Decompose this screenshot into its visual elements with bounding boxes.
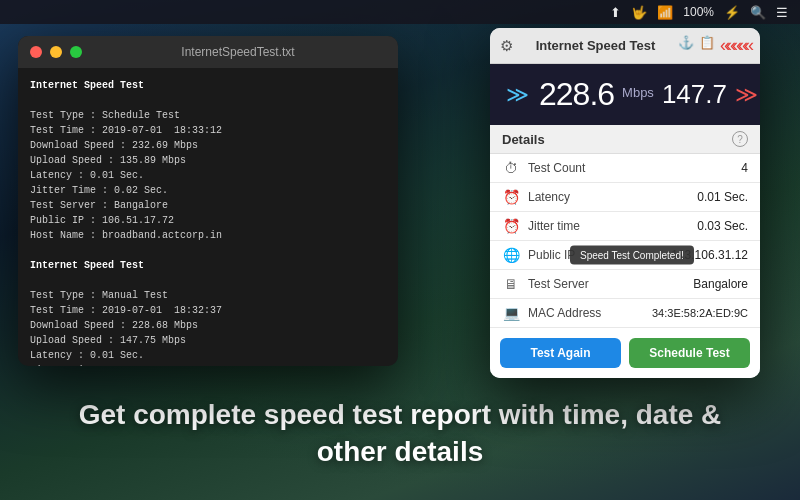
widget-title: Internet Speed Test [519, 38, 672, 53]
detail-server-label: Test Server [528, 277, 693, 291]
hand-icon: 🤟 [631, 5, 647, 20]
footer: Get complete speed test report with time… [0, 397, 800, 470]
footer-line1: Get complete speed test report with time… [0, 397, 800, 433]
speed-test-toast: Speed Test Completed! [570, 246, 694, 265]
detail-row-count: ⏱ Test Count 4 [490, 154, 760, 183]
detail-jitter-label: Jitter time [528, 219, 697, 233]
upload-speed-value: 147.7 [662, 79, 727, 110]
download-speed-value: 228.6 [539, 76, 614, 113]
terminal-titlebar: InternetSpeedTest.txt [18, 36, 398, 68]
footer-line2: other details [0, 434, 800, 470]
widget-actions: ⚓ 📋 ««««« [678, 35, 750, 56]
terminal-title: InternetSpeedTest.txt [90, 45, 386, 59]
detail-mac-label: MAC Address [528, 306, 652, 320]
terminal-body: Internet Speed Test Test Type : Schedule… [18, 68, 398, 366]
terminal-section-2-heading: Internet Speed Test [30, 258, 386, 273]
details-label: Details [502, 132, 545, 147]
maximize-button[interactable] [70, 46, 82, 58]
detail-row-latency: ⏰ Latency 0.01 Sec. [490, 183, 760, 212]
share-icon[interactable]: 📋 [699, 35, 715, 56]
details-header: Details ? [490, 125, 760, 154]
settings-icon[interactable]: ⚙ [500, 37, 513, 55]
menu-icon[interactable]: ☰ [776, 5, 788, 20]
detail-row-jitter: ⏰ Jitter time 0.03 Sec. [490, 212, 760, 241]
battery-percent: 100% [683, 5, 714, 19]
speed-meter-icon: ⬆ [610, 5, 621, 20]
detail-row-server: 🖥 Test Server Bangalore [490, 270, 760, 299]
wifi-icon: 📶 [657, 5, 673, 20]
upload-icon: ≫ [735, 82, 758, 108]
detail-latency-label: Latency [528, 190, 697, 204]
mac-icon: 💻 [502, 305, 520, 321]
widget-titlebar: ⚙ Internet Speed Test ⚓ 📋 ««««« [490, 28, 760, 64]
ip-icon: 🌐 [502, 247, 520, 263]
detail-row-ip: 🌐 Public IP 113.106.31.12 Speed Test Com… [490, 241, 760, 270]
terminal-window: InternetSpeedTest.txt Internet Speed Tes… [18, 36, 398, 366]
speed-test-widget: ⚙ Internet Speed Test ⚓ 📋 ««««« ≫ 228.6 … [490, 28, 760, 378]
jitter-icon: ⏰ [502, 218, 520, 234]
download-speed-unit: Mbps [622, 85, 654, 100]
detail-latency-value: 0.01 Sec. [697, 190, 748, 204]
widget-buttons: Test Again Schedule Test [490, 328, 760, 378]
collapse-icon[interactable]: ««««« [720, 35, 750, 56]
battery-icon: ⚡ [724, 5, 740, 20]
minimize-button[interactable] [50, 46, 62, 58]
schedule-test-button[interactable]: Schedule Test [629, 338, 750, 368]
download-icon: ≫ [506, 82, 529, 108]
detail-row-mac: 💻 MAC Address 34:3E:58:2A:ED:9C [490, 299, 760, 328]
terminal-section-1-heading: Internet Speed Test [30, 78, 386, 93]
close-button[interactable] [30, 46, 42, 58]
detail-count-label: Test Count [528, 161, 741, 175]
count-icon: ⏱ [502, 160, 520, 176]
latency-icon: ⏰ [502, 189, 520, 205]
detail-server-value: Bangalore [693, 277, 748, 291]
detail-jitter-value: 0.03 Sec. [697, 219, 748, 233]
server-icon: 🖥 [502, 276, 520, 292]
anchor-icon[interactable]: ⚓ [678, 35, 694, 56]
help-icon[interactable]: ? [732, 131, 748, 147]
search-icon[interactable]: 🔍 [750, 5, 766, 20]
top-bar: ⬆ 🤟 📶 100% ⚡ 🔍 ☰ [0, 0, 800, 24]
speed-display: ≫ 228.6 Mbps 147.7 ≫ [490, 64, 760, 125]
detail-count-value: 4 [741, 161, 748, 175]
test-again-button[interactable]: Test Again [500, 338, 621, 368]
detail-mac-value: 34:3E:58:2A:ED:9C [652, 307, 748, 319]
